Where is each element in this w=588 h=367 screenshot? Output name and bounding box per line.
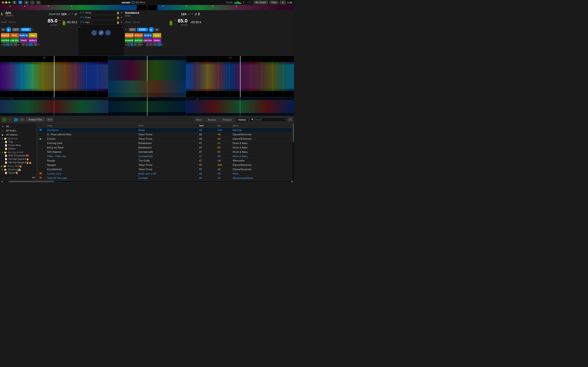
deck1-waveform-large[interactable]: 30 — [0, 56, 108, 97]
deck2-off[interactable]: OFF — [129, 28, 136, 31]
fx1-sync-icon[interactable]: ↻ — [82, 11, 85, 14]
deck1-loop-nav-left[interactable]: ◀ — [1, 43, 2, 46]
track-song-cell[interactable]: A - Rose without Rain — [46, 132, 137, 137]
center-arrows[interactable]: ↔ — [105, 30, 111, 35]
track-song-cell[interactable]: Royale — [46, 158, 137, 163]
deck1-cue-2[interactable]: Build Up — [19, 33, 28, 38]
sidebar-scroll-left[interactable]: ◀ — [32, 176, 33, 179]
table-scrollbar[interactable] — [292, 123, 294, 180]
grid-icon[interactable]: ⊞ — [36, 1, 41, 4]
deck2-cue-3[interactable]: Drop — [153, 33, 161, 38]
my-serato-button[interactable]: My Serato — [253, 1, 268, 4]
fx3-close[interactable]: ✕ — [120, 21, 122, 24]
deck2-arrow-up[interactable]: ▲ — [187, 13, 190, 15]
deck2-sub-16[interactable]: 16 — [153, 43, 157, 46]
add-track-button[interactable]: + — [2, 117, 6, 122]
fx1-close[interactable]: ✕ — [120, 11, 122, 14]
sidebar-item-video[interactable]: ▶ All Videos... — [0, 133, 36, 137]
deck2-mini-waveform[interactable]: 3 — [186, 97, 294, 116]
deck1-play[interactable]: ▶ — [6, 27, 11, 32]
maximize-button[interactable] — [8, 1, 10, 4]
table-row[interactable]: Filthy - Filthy JoeGrenadesafe876ADrum &… — [38, 154, 292, 158]
search-input[interactable] — [250, 118, 287, 122]
deck2-repeat[interactable]: Repeat — [125, 21, 131, 23]
col-status[interactable] — [38, 123, 46, 128]
sidebar-item-electro[interactable]: 📋 Electro — [0, 147, 36, 150]
col-genre-header[interactable]: genre — [231, 123, 292, 128]
deck1-cue-5[interactable]: Last Dro — [10, 38, 19, 43]
deck1-cue-4[interactable]: 2nd Buil — [1, 38, 10, 43]
deck1-prev-track[interactable]: ⏮ — [1, 28, 5, 31]
sp-add-btn2[interactable]: + — [122, 25, 123, 28]
deck2-moon[interactable]: ☾ — [125, 28, 128, 31]
prepare-tab[interactable]: Prepare — [220, 117, 234, 122]
analyze-files-button[interactable]: Analyze Files — [26, 118, 44, 122]
deck1-loop-nav-right[interactable]: ▶ — [18, 43, 19, 46]
deck1-cue-3[interactable]: Drop — [28, 33, 37, 38]
deck1-loop-4[interactable]: 4 — [6, 43, 9, 46]
track-song-cell[interactable]: Echoes — [46, 137, 137, 141]
search-close[interactable]: ✕ — [288, 118, 292, 122]
sp-add-btn[interactable]: + — [79, 25, 80, 28]
deck2-loop-dots[interactable]: ⋮ — [164, 43, 166, 46]
sidebar-item-dinner[interactable]: 📋 Dinner🍕 — [0, 171, 36, 175]
deck2-cue-6[interactable]: Last Dro — [143, 38, 152, 43]
settings-dropdown[interactable]: ⚙ ▾ — [46, 118, 53, 122]
table-row[interactable]: Loosey LucyBrain over a hill897ARock — [38, 172, 292, 176]
deck2-edit-grid[interactable]: Edit Grid — [133, 21, 140, 23]
sidebar-group-rocknroll[interactable]: ▶ 📁 Rock n Roll🤘 — [0, 164, 36, 168]
sidebar-item-audio[interactable]: ♪ All Audio... — [0, 128, 36, 133]
deck1-cue-7[interactable]: Outro 2 — [28, 38, 37, 43]
tab-2[interactable]: 2 — [18, 1, 23, 4]
track-song-cell[interactable]: Loosey Lucy — [46, 172, 137, 176]
deck2-cue-7[interactable]: Outro — [153, 38, 161, 43]
table-row[interactable]: A - Rose without RainTokyo Prose854ADanc… — [38, 132, 292, 137]
track-song-cell[interactable]: Bring me Back — [46, 145, 137, 150]
center-headphones[interactable]: 🎧 — [91, 30, 97, 35]
deck2-sub-32[interactable]: 32 — [157, 43, 162, 46]
deck1-sub-4[interactable]: 4 — [22, 43, 25, 46]
fx3-lock[interactable]: 🔒 — [116, 21, 120, 24]
deck2-cue-0[interactable]: Down B — [125, 33, 134, 38]
files-tab[interactable]: Files — [194, 117, 204, 122]
fx2-sync-icon[interactable]: ↻ — [82, 16, 85, 19]
browse-tab[interactable]: Browse — [205, 117, 219, 122]
deck2-loop-2[interactable]: 2 — [127, 43, 130, 46]
record-icon[interactable]: ⏺ — [24, 1, 29, 4]
table-row[interactable]: Dark Of The LightComball947AElectronica/… — [38, 176, 292, 180]
deck1-off[interactable]: OFF — [12, 28, 19, 31]
deck2-sub-8[interactable]: 8 — [149, 43, 152, 46]
fx3-loop-icon[interactable]: ↺ — [80, 21, 82, 24]
sidebar-group-electronic[interactable]: ▼ 📁 Electronic — [0, 137, 36, 140]
deck1-bpm-plus[interactable]: + — [59, 19, 61, 22]
fx1-lock[interactable]: 🔒 — [116, 11, 120, 14]
deck2-loop-arrows[interactable]: ⇄ — [162, 43, 164, 46]
deck1-arrow-up[interactable]: ▲ — [68, 13, 70, 15]
close-button[interactable] — [2, 1, 4, 4]
grid-view-button[interactable]: ⊟ — [19, 118, 25, 122]
deck2-waveform-large[interactable]: 31 — [186, 56, 294, 97]
deck1-loop-2[interactable]: 2 — [3, 43, 6, 46]
deck2-bpm-plus[interactable]: + — [174, 19, 176, 22]
table-scroll-thumb[interactable] — [293, 124, 294, 142]
deck1-bpm-minus[interactable]: − — [59, 22, 61, 25]
history-tab[interactable]: History — [236, 117, 249, 122]
track-song-cell[interactable]: Sundance — [46, 128, 137, 132]
track-song-cell[interactable]: 500 Degrees — [46, 150, 137, 154]
autoplay-bar[interactable]: Autoplay — [0, 182, 294, 184]
deck2-cue-1[interactable]: 8 bar In — [134, 33, 143, 38]
sidebar-group-weddings[interactable]: ▼ 📁 Weddings👰 — [0, 168, 36, 171]
deck1-mini-waveform[interactable]: 2 — [0, 97, 108, 116]
table-row[interactable]: 500 DegreesGrenadesafe874ADrum & Bass — [38, 150, 292, 154]
deck1-loop-8[interactable]: 8 — [10, 43, 13, 46]
h-scroll-thumb[interactable] — [8, 181, 54, 182]
deck2-loop-4[interactable]: 4 — [130, 43, 133, 46]
deck2-cue-2[interactable]: Vocal In — [143, 33, 152, 38]
help-button[interactable]: Help — [269, 1, 278, 4]
deck2-loop-nav-right[interactable]: ▶ — [142, 43, 144, 46]
center-link[interactable]: 🔗 — [98, 30, 104, 35]
deck1-bpm-adjust[interactable]: + − — [59, 19, 61, 25]
sidebar-scroll-right[interactable]: ▶ — [34, 176, 36, 179]
table-row[interactable]: Bring me BackBobabacker878ADrum & Bass — [38, 145, 292, 150]
deck2-play[interactable]: ▶ — [149, 27, 154, 32]
